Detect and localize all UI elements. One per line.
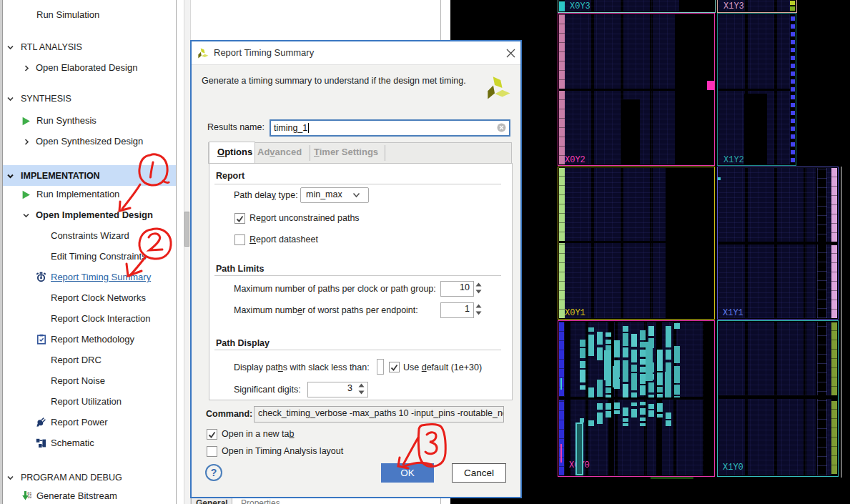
- svg-text:10: 10: [27, 495, 31, 500]
